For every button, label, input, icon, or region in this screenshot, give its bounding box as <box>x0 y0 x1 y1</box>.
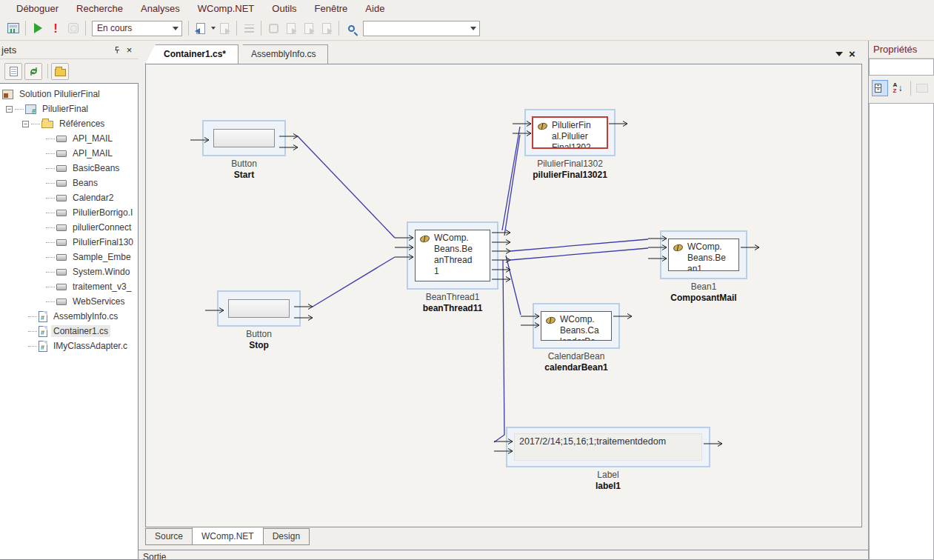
properties-page-button[interactable] <box>4 63 22 80</box>
toolbar-separator <box>25 21 26 36</box>
cs-file-icon <box>39 311 47 322</box>
tree-item-webservices[interactable]: WebServices <box>0 294 138 309</box>
tree-item-label: traitement_v3_ <box>70 281 133 293</box>
cs-file-icon <box>39 341 47 352</box>
tree-item-api-mail[interactable]: API_MAIL <box>0 146 138 161</box>
component-type-label: Button <box>178 329 341 340</box>
pin-icon <box>113 46 121 54</box>
component-Stop[interactable] <box>217 290 301 327</box>
categorized-icon <box>875 84 885 93</box>
tree-item-system-windo[interactable]: System.Windo <box>0 264 138 279</box>
tree-item-pilulierfinal130[interactable]: PilulierFinal130 <box>0 235 138 250</box>
component-instance-label: calendarBean1 <box>495 362 658 373</box>
build-components-button[interactable] <box>4 19 22 37</box>
component-body: WComp.Beans.CalendarBe <box>541 311 612 341</box>
search-button[interactable] <box>342 19 360 37</box>
tree-item-pilulierborrigo-i[interactable]: PilulierBorrigo.I <box>0 205 138 220</box>
component-caption-ComposantMail: Bean1ComposantMail <box>622 281 785 304</box>
tree-item-label: BasicBeans <box>70 162 121 174</box>
component-caption-calendarBean1: CalendarBeancalendarBean1 <box>495 351 658 373</box>
component-instance-label: label1 <box>527 481 690 492</box>
tree-item-sample-embe[interactable]: Sample_Embe <box>0 250 138 264</box>
tree-item-pilulierconnect[interactable]: pilulierConnect <box>0 220 138 235</box>
component-instance-label: Start <box>163 170 326 181</box>
menu-item-fen-tre[interactable]: Fenêtre <box>306 1 357 16</box>
categorized-button[interactable] <box>872 80 888 96</box>
properties-grid[interactable] <box>869 103 934 560</box>
component-caption-beanThread11: BeanThread1beanThread11 <box>371 292 534 314</box>
tree-item-calendar2[interactable]: Calendar2 <box>0 190 138 205</box>
tree-item-imyclassadapter-c[interactable]: IMyClassAdapter.c <box>0 339 138 353</box>
menu-item-analyses[interactable]: Analyses <box>132 1 189 16</box>
refresh-button[interactable] <box>24 63 42 80</box>
bean-icon <box>537 121 548 130</box>
bean-class-name: WComp.Beans.BeanThread1 <box>434 233 473 281</box>
solution-explorer-toolbar <box>0 61 139 81</box>
toolbar-separator <box>85 21 86 36</box>
tree-item-r-f-rences[interactable]: −Références <box>0 116 138 131</box>
tree-expander-icon[interactable]: − <box>22 121 29 127</box>
view-tab-wcomp-net[interactable]: WComp.NET <box>192 527 264 545</box>
component-body <box>228 299 290 318</box>
close-panel-button[interactable]: × <box>123 44 136 56</box>
tree-item-beans[interactable]: Beans <box>0 176 138 190</box>
search-combobox[interactable] <box>363 21 480 36</box>
component-body: 2017/2/14;15,16;1;traitementdedom <box>514 433 702 461</box>
tree-item-container1-cs[interactable]: Container1.cs <box>0 324 138 339</box>
break-button[interactable]: ! <box>47 19 64 37</box>
tab-assemblyinfo-cs[interactable]: AssemblyInfo.cs <box>233 44 328 64</box>
tree-item-pilulierfinal[interactable]: −PilulierFinal <box>0 101 138 116</box>
tree-expander-icon[interactable]: − <box>6 106 13 113</box>
tree-item-traitement-v3-[interactable]: traitement_v3_ <box>0 279 138 294</box>
component-Start[interactable] <box>202 120 286 156</box>
tab-container1-cs-[interactable]: Container1.cs* <box>145 44 238 64</box>
component-pilulierFinal13021[interactable]: PilulierFinal.PilulierFinal1302 <box>524 109 616 156</box>
alphabetical-sort-button[interactable]: AZ↓ <box>890 80 906 96</box>
component-beanThread11[interactable]: WComp.Beans.BeanThread1 <box>407 221 498 290</box>
view-tab-source[interactable]: Source <box>145 528 193 545</box>
menu-item-outils[interactable]: Outils <box>263 1 305 16</box>
menu-item-d-boguer[interactable]: Déboguer <box>7 1 67 16</box>
play-icon <box>34 23 42 33</box>
stop-icon <box>68 23 79 33</box>
component-label1[interactable]: 2017/2/14;15,16;1;traitementdedom <box>506 427 710 467</box>
view-source-button[interactable] <box>192 19 210 37</box>
tree-item-label: Solution PilulierFinal <box>17 88 102 100</box>
reference-icon <box>56 136 67 142</box>
run-state-combobox[interactable]: En cours <box>92 21 182 36</box>
view-tab-design[interactable]: Design <box>263 528 310 545</box>
component-ComposantMail[interactable]: WComp.Beans.Bean1 <box>660 230 747 279</box>
folder-icon <box>41 121 53 128</box>
tree-item-basicbeans[interactable]: BasicBeans <box>0 161 138 176</box>
tree-item-label: PilulierBorrigo.I <box>70 207 135 219</box>
start-button[interactable] <box>29 19 47 37</box>
tree-connector <box>28 331 37 332</box>
component-type-label: CalendarBean <box>495 351 658 362</box>
toolbar-separator <box>910 81 911 96</box>
document-tabs: Container1.cs*AssemblyInfo.cs <box>145 43 322 64</box>
menu-item-recherche[interactable]: Recherche <box>67 1 132 16</box>
list-view-button <box>240 19 258 37</box>
tab-list-dropdown[interactable] <box>835 52 843 56</box>
component-calendarBean1[interactable]: WComp.Beans.CalendarBe <box>533 303 620 349</box>
tree-item-api-mail[interactable]: API_MAIL <box>0 131 138 146</box>
properties-toolbar: AZ↓ <box>869 76 934 101</box>
open-folder-button[interactable] <box>51 63 69 80</box>
designer-canvas[interactable]: ButtonStartButtonStopPilulierFinal.Pilul… <box>146 64 861 527</box>
export-doc-button <box>300 19 318 37</box>
run-state-value: En cours <box>97 23 132 33</box>
pin-button[interactable] <box>110 44 123 56</box>
component-type-label: PilulierFinal1302 <box>489 159 652 170</box>
tree-connector <box>46 168 55 169</box>
menu-item-wcomp-net[interactable]: WComp.NET <box>189 1 264 16</box>
toolbar-separator <box>188 21 189 36</box>
search-icon <box>348 25 355 32</box>
properties-object-combobox[interactable] <box>869 59 934 76</box>
tree-item-assemblyinfo-cs[interactable]: AssemblyInfo.cs <box>0 309 138 324</box>
output-panel: Sortie × <box>138 550 921 560</box>
close-document-button[interactable]: × <box>849 47 855 60</box>
reference-icon <box>56 299 67 305</box>
component-instance-label: pilulierFinal13021 <box>489 170 652 181</box>
menu-item-aide[interactable]: Aide <box>356 1 393 16</box>
tree-item-solution-pilulierfinal[interactable]: Solution PilulierFinal <box>0 87 138 101</box>
